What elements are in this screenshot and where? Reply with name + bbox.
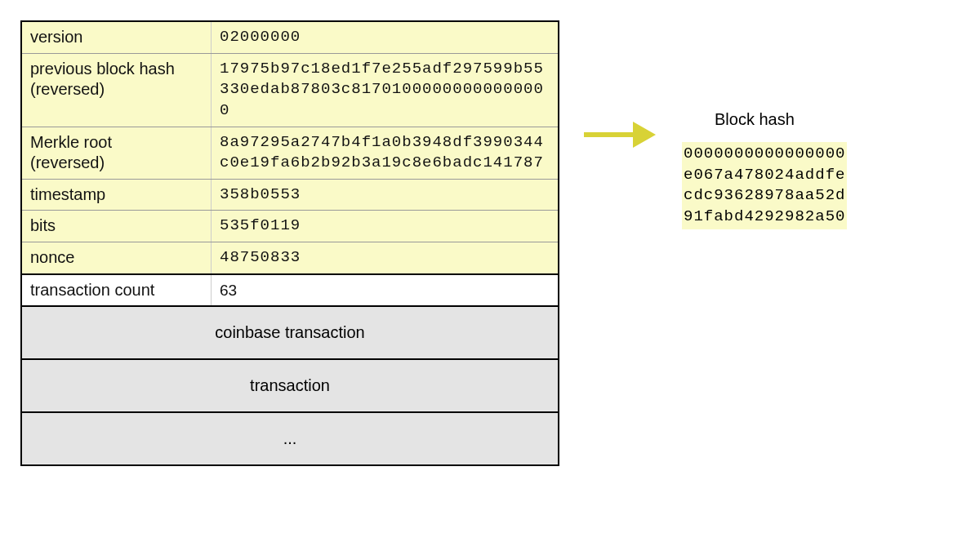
diagram-wrap: version 02000000 previous block hash (re… — [20, 20, 960, 466]
row-timestamp: timestamp 358b0553 — [22, 180, 558, 211]
block-hash-body: 0000000000000000 e067a478024addfe cdc936… — [682, 142, 847, 229]
arrow-column — [584, 20, 657, 200]
label-prev-hash: previous block hash (reversed) — [22, 54, 212, 127]
row-transaction: transaction — [22, 360, 558, 413]
value-version: 02000000 — [212, 22, 558, 53]
row-more-tx: ... — [22, 413, 558, 464]
label-tx-count: transaction count — [22, 275, 212, 306]
label-merkle-root: Merkle root (reversed) — [22, 127, 212, 179]
block-structure-table: version 02000000 previous block hash (re… — [20, 20, 559, 466]
label-timestamp: timestamp — [22, 180, 212, 211]
value-nonce: 48750833 — [212, 242, 558, 273]
arrow-icon — [584, 122, 657, 148]
block-hash-panel: Block hash 0000000000000000 e067a478024a… — [682, 110, 847, 229]
label-version: version — [22, 22, 212, 53]
row-tx-count: transaction count 63 — [22, 273, 558, 308]
block-hash-title: Block hash — [715, 110, 847, 129]
value-prev-hash: 17975b97c18ed1f7e255adf297599b55 330edab… — [212, 54, 558, 127]
value-bits: 535f0119 — [212, 211, 558, 242]
value-tx-count: 63 — [212, 275, 558, 306]
label-nonce: nonce — [22, 242, 212, 273]
label-bits: bits — [22, 211, 212, 242]
block-hash-value: 0000000000000000 e067a478024addfe cdc936… — [684, 144, 845, 228]
row-merkle-root: Merkle root (reversed) 8a97295a2747b4f1a… — [22, 127, 558, 180]
value-timestamp: 358b0553 — [212, 180, 558, 211]
row-coinbase-tx: coinbase transaction — [22, 307, 558, 360]
row-nonce: nonce 48750833 — [22, 242, 558, 273]
row-prev-hash: previous block hash (reversed) 17975b97c… — [22, 54, 558, 127]
row-bits: bits 535f0119 — [22, 211, 558, 242]
row-version: version 02000000 — [22, 22, 558, 54]
value-merkle-root: 8a97295a2747b4f1a0b3948df3990344 c0e19fa… — [212, 127, 558, 179]
